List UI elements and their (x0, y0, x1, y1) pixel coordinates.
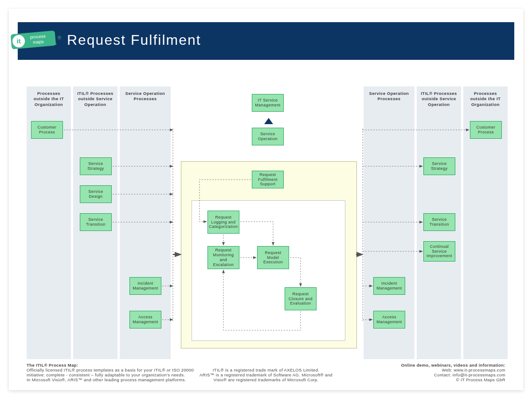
footer-mid: ITIL® is a registered trade mark of AXEL… (182, 368, 350, 382)
footer-right-l3: © IT Process Maps GbR (359, 377, 505, 382)
footer-right-l2: Contact: info@it-processmaps.com (359, 372, 505, 377)
footer-mid-l3: Visio® are registered trademarks of Micr… (182, 377, 350, 382)
footer-mid-l1: ITIL® is a registered trade mark of AXEL… (182, 368, 350, 372)
footer-right: Online demo, webinars, videos and inform… (359, 363, 505, 382)
footer-right-heading: Online demo, webinars, videos and inform… (359, 363, 505, 368)
connectors (9, 9, 523, 390)
footer-right-l1: Web: www.it-processmaps.com (359, 368, 505, 372)
footer-mid-l2: ARIS™ is a registered trademark of Softw… (182, 372, 350, 377)
canvas: ITIL® Request Fulfilment it process maps… (9, 9, 523, 390)
footer-left-heading: The ITIL® Process Map: (27, 363, 213, 368)
